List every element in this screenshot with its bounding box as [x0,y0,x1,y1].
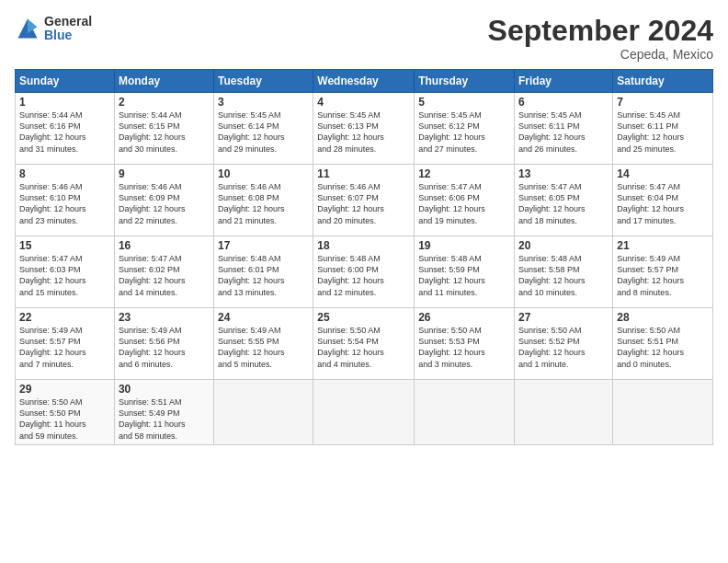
calendar-header-friday: Friday [515,70,613,93]
day-info: Sunrise: 5:46 AM Sunset: 6:10 PM Dayligh… [19,181,110,226]
day-number: 11 [317,167,410,180]
logo-text: General Blue [44,15,92,43]
calendar-cell: 20Sunrise: 5:48 AM Sunset: 5:58 PM Dayli… [515,236,613,308]
day-info: Sunrise: 5:49 AM Sunset: 5:57 PM Dayligh… [19,325,110,370]
calendar-cell: 5Sunrise: 5:45 AM Sunset: 6:12 PM Daylig… [415,93,515,165]
day-info: Sunrise: 5:45 AM Sunset: 6:14 PM Dayligh… [218,109,309,155]
day-number: 7 [617,96,709,109]
calendar-table: SundayMondayTuesdayWednesdayThursdayFrid… [15,69,713,445]
day-info: Sunrise: 5:49 AM Sunset: 5:57 PM Dayligh… [617,253,709,298]
day-number: 21 [617,239,709,252]
day-number: 4 [317,96,410,109]
calendar-cell: 30Sunrise: 5:51 AM Sunset: 5:49 PM Dayli… [114,380,213,445]
calendar-header-thursday: Thursday [415,70,515,93]
calendar-cell: 12Sunrise: 5:47 AM Sunset: 6:06 PM Dayli… [415,165,515,236]
day-number: 18 [317,239,410,252]
calendar-cell: 6Sunrise: 5:45 AM Sunset: 6:11 PM Daylig… [515,93,613,165]
logo: General Blue [15,15,92,43]
day-number: 28 [617,311,709,324]
day-info: Sunrise: 5:47 AM Sunset: 6:04 PM Dayligh… [617,181,709,226]
calendar-cell: 21Sunrise: 5:49 AM Sunset: 5:57 PM Dayli… [613,236,713,308]
day-number: 30 [119,383,210,396]
location: Cepeda, Mexico [488,47,713,62]
calendar-header-sunday: Sunday [16,70,115,93]
calendar-week-row: 22Sunrise: 5:49 AM Sunset: 5:57 PM Dayli… [16,308,713,380]
calendar-cell: 26Sunrise: 5:50 AM Sunset: 5:53 PM Dayli… [415,308,515,380]
calendar-cell: 11Sunrise: 5:46 AM Sunset: 6:07 PM Dayli… [313,165,415,236]
calendar-header-monday: Monday [114,70,213,93]
day-info: Sunrise: 5:49 AM Sunset: 5:56 PM Dayligh… [119,325,210,370]
calendar-cell: 15Sunrise: 5:47 AM Sunset: 6:03 PM Dayli… [16,236,115,308]
logo-blue-label: Blue [44,29,92,42]
calendar-week-row: 8Sunrise: 5:46 AM Sunset: 6:10 PM Daylig… [16,165,713,236]
day-number: 26 [418,311,510,324]
calendar-week-row: 29Sunrise: 5:50 AM Sunset: 5:50 PM Dayli… [16,380,713,445]
day-number: 9 [119,167,210,180]
day-number: 5 [418,96,510,109]
day-info: Sunrise: 5:45 AM Sunset: 6:11 PM Dayligh… [518,109,609,155]
title-section: September 2024 Cepeda, Mexico [488,15,713,62]
day-info: Sunrise: 5:48 AM Sunset: 5:58 PM Dayligh… [518,253,609,298]
calendar-cell [313,380,415,445]
day-number: 6 [518,96,609,109]
day-number: 19 [418,239,510,252]
calendar-cell: 3Sunrise: 5:45 AM Sunset: 6:14 PM Daylig… [214,93,313,165]
calendar-cell: 16Sunrise: 5:47 AM Sunset: 6:02 PM Dayli… [114,236,213,308]
calendar-header-row: SundayMondayTuesdayWednesdayThursdayFrid… [16,70,713,93]
day-info: Sunrise: 5:50 AM Sunset: 5:54 PM Dayligh… [317,325,410,370]
calendar-cell: 22Sunrise: 5:49 AM Sunset: 5:57 PM Dayli… [16,308,115,380]
calendar-cell [515,380,613,445]
day-info: Sunrise: 5:46 AM Sunset: 6:09 PM Dayligh… [119,181,210,226]
calendar-cell: 29Sunrise: 5:50 AM Sunset: 5:50 PM Dayli… [16,380,115,445]
day-number: 14 [617,167,709,180]
calendar-cell: 10Sunrise: 5:46 AM Sunset: 6:08 PM Dayli… [214,165,313,236]
day-number: 17 [218,239,309,252]
day-info: Sunrise: 5:48 AM Sunset: 5:59 PM Dayligh… [418,253,510,298]
calendar-cell [214,380,313,445]
calendar-cell: 28Sunrise: 5:50 AM Sunset: 5:51 PM Dayli… [613,308,713,380]
calendar-week-row: 1Sunrise: 5:44 AM Sunset: 6:16 PM Daylig… [16,93,713,165]
month-title: September 2024 [488,15,713,47]
calendar-week-row: 15Sunrise: 5:47 AM Sunset: 6:03 PM Dayli… [16,236,713,308]
day-number: 10 [218,167,309,180]
day-number: 27 [518,311,609,324]
page: General Blue September 2024 Cepeda, Mexi… [0,0,728,563]
day-info: Sunrise: 5:50 AM Sunset: 5:52 PM Dayligh… [518,325,609,370]
day-info: Sunrise: 5:45 AM Sunset: 6:12 PM Dayligh… [418,109,510,155]
logo-icon [15,16,40,41]
calendar-cell: 2Sunrise: 5:44 AM Sunset: 6:15 PM Daylig… [114,93,213,165]
day-number: 15 [19,239,110,252]
calendar-cell: 25Sunrise: 5:50 AM Sunset: 5:54 PM Dayli… [313,308,415,380]
day-number: 25 [317,311,410,324]
day-number: 8 [19,167,110,180]
day-number: 29 [19,383,110,396]
calendar-cell: 17Sunrise: 5:48 AM Sunset: 6:01 PM Dayli… [214,236,313,308]
day-info: Sunrise: 5:45 AM Sunset: 6:11 PM Dayligh… [617,109,709,155]
calendar-cell: 14Sunrise: 5:47 AM Sunset: 6:04 PM Dayli… [613,165,713,236]
day-info: Sunrise: 5:50 AM Sunset: 5:50 PM Dayligh… [19,396,110,442]
calendar-cell: 24Sunrise: 5:49 AM Sunset: 5:55 PM Dayli… [214,308,313,380]
calendar-cell: 23Sunrise: 5:49 AM Sunset: 5:56 PM Dayli… [114,308,213,380]
calendar-cell: 9Sunrise: 5:46 AM Sunset: 6:09 PM Daylig… [114,165,213,236]
day-info: Sunrise: 5:44 AM Sunset: 6:15 PM Dayligh… [119,109,210,155]
day-number: 16 [119,239,210,252]
day-info: Sunrise: 5:50 AM Sunset: 5:53 PM Dayligh… [418,325,510,370]
day-info: Sunrise: 5:45 AM Sunset: 6:13 PM Dayligh… [317,109,410,155]
calendar-header-tuesday: Tuesday [214,70,313,93]
calendar-cell: 19Sunrise: 5:48 AM Sunset: 5:59 PM Dayli… [415,236,515,308]
calendar-cell: 1Sunrise: 5:44 AM Sunset: 6:16 PM Daylig… [16,93,115,165]
day-info: Sunrise: 5:51 AM Sunset: 5:49 PM Dayligh… [119,396,210,442]
calendar-cell: 8Sunrise: 5:46 AM Sunset: 6:10 PM Daylig… [16,165,115,236]
day-info: Sunrise: 5:46 AM Sunset: 6:07 PM Dayligh… [317,181,410,226]
day-info: Sunrise: 5:48 AM Sunset: 6:01 PM Dayligh… [218,253,309,298]
day-info: Sunrise: 5:49 AM Sunset: 5:55 PM Dayligh… [218,325,309,370]
calendar-cell: 18Sunrise: 5:48 AM Sunset: 6:00 PM Dayli… [313,236,415,308]
calendar-cell: 13Sunrise: 5:47 AM Sunset: 6:05 PM Dayli… [515,165,613,236]
calendar-cell: 4Sunrise: 5:45 AM Sunset: 6:13 PM Daylig… [313,93,415,165]
calendar-cell: 7Sunrise: 5:45 AM Sunset: 6:11 PM Daylig… [613,93,713,165]
day-info: Sunrise: 5:48 AM Sunset: 6:00 PM Dayligh… [317,253,410,298]
header: General Blue September 2024 Cepeda, Mexi… [15,15,713,62]
day-number: 3 [218,96,309,109]
day-number: 22 [19,311,110,324]
logo-general-label: General [44,15,92,29]
